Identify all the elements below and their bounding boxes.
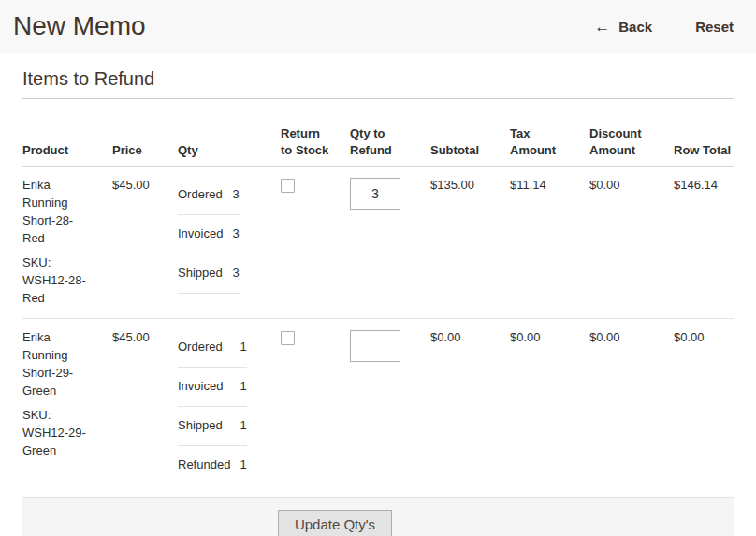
tax-amount-cell: $0.00 [510, 319, 589, 498]
table-header-row: Product Price Qty Return to Stock Qty to… [22, 99, 734, 167]
qty-line-value: 3 [232, 176, 239, 215]
qty-breakdown: Ordered3 Invoiced3 Shipped3 [178, 176, 240, 294]
product-sku: SKU: WSH12-29-Green [22, 406, 95, 459]
qty-cell: Ordered1 Invoiced1 Shipped1 Refunded1 [178, 319, 281, 498]
product-cell: Erika Running Short-29-Green SKU: WSH12-… [22, 319, 112, 498]
back-arrow-icon: ← [594, 19, 610, 35]
discount-amount-cell: $0.00 [589, 167, 674, 319]
qty-breakdown: Ordered1 Invoiced1 Shipped1 Refunded1 [178, 328, 247, 485]
qty-line-label: Ordered [178, 328, 240, 368]
qty-to-refund-input[interactable] [350, 330, 400, 362]
subtotal-cell: $0.00 [430, 319, 510, 498]
reset-button-label: Reset [695, 19, 734, 36]
update-qtys-button[interactable]: Update Qty's [278, 510, 392, 536]
table-row: Erika Running Short-29-Green SKU: WSH12-… [22, 319, 734, 498]
return-to-stock-checkbox[interactable] [281, 331, 295, 345]
row-total-cell: $146.14 [674, 167, 734, 319]
product-name: Erika Running Short-28-Red [22, 176, 95, 247]
qty-line-label: Invoiced [178, 215, 232, 254]
qty-to-refund-input[interactable] [350, 178, 400, 210]
column-header-subtotal: Subtotal [430, 99, 510, 167]
return-to-stock-cell [281, 167, 350, 319]
table-row: Erika Running Short-28-Red SKU: WSH12-28… [22, 167, 734, 319]
column-header-row-total: Row Total [674, 99, 734, 167]
qty-line-value: 3 [232, 215, 239, 254]
qty-line-label: Invoiced [178, 368, 240, 407]
column-header-product: Product [22, 99, 112, 167]
row-total-cell: $0.00 [674, 319, 734, 498]
qty-line-value: 1 [240, 407, 246, 446]
qty-line-value: 3 [232, 254, 239, 294]
qty-line-label: Shipped [178, 254, 232, 294]
column-header-qty-to-refund: Qty to Refund [350, 99, 430, 167]
content: Items to Refund Product Price Qty Return… [0, 53, 756, 536]
qty-line-label: Refunded [178, 446, 240, 485]
page-header: New Memo ← Back Reset [0, 0, 756, 53]
return-to-stock-cell [281, 319, 350, 498]
qty-line-value: 1 [240, 328, 246, 368]
product-name: Erika Running Short-29-Green [22, 328, 95, 399]
column-header-price: Price [112, 99, 178, 167]
qty-to-refund-cell [350, 319, 430, 498]
column-header-qty: Qty [178, 99, 281, 167]
qty-line-value: 1 [240, 446, 246, 485]
return-to-stock-checkbox[interactable] [281, 179, 295, 193]
column-header-return-to-stock: Return to Stock [281, 99, 350, 167]
back-button-label: Back [618, 19, 652, 36]
qty-to-refund-cell [350, 167, 430, 319]
discount-amount-cell: $0.00 [589, 319, 674, 498]
product-sku: SKU: WSH12-28-Red [22, 254, 95, 307]
reset-button[interactable]: Reset [695, 19, 734, 36]
qty-line-value: 1 [240, 368, 246, 407]
table-footer-row: Update Qty's [22, 498, 734, 536]
qty-line-label: Shipped [178, 407, 240, 446]
column-header-discount-amount: Discount Amount [589, 99, 674, 167]
qty-cell: Ordered3 Invoiced3 Shipped3 [178, 167, 281, 319]
price-cell: $45.00 [112, 167, 178, 319]
column-header-tax-amount: Tax Amount [510, 99, 589, 167]
subtotal-cell: $135.00 [430, 167, 510, 319]
back-button[interactable]: ← Back [594, 19, 652, 36]
items-to-refund-table: Product Price Qty Return to Stock Qty to… [22, 99, 734, 536]
header-actions: ← Back Reset [594, 19, 734, 36]
qty-line-label: Ordered [178, 176, 232, 215]
page-title: New Memo [13, 12, 146, 41]
section-title: Items to Refund [22, 53, 734, 99]
price-cell: $45.00 [112, 319, 178, 498]
tax-amount-cell: $11.14 [510, 167, 589, 319]
page: New Memo ← Back Reset Items to Refund Pr… [0, 0, 756, 536]
product-cell: Erika Running Short-28-Red SKU: WSH12-28… [22, 167, 112, 319]
table-footer-cell: Update Qty's [22, 498, 734, 536]
